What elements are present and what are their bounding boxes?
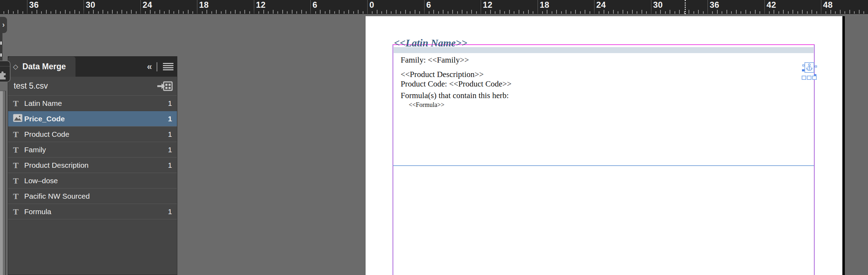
data-source-row: test 5.csv <box>8 77 177 95</box>
field-row-formula[interactable]: T Formula 1 <box>8 204 177 219</box>
update-data-source-icon[interactable] <box>157 81 173 92</box>
panel-cycle-icon: ◇ <box>13 63 18 70</box>
field-label: Family <box>24 146 168 154</box>
field-count: 1 <box>168 130 172 139</box>
formula-placeholder[interactable]: <<Formula>> <box>409 101 445 109</box>
field-list: T Latin Name 1 Price_Code 1 T Product Co… <box>8 95 177 219</box>
text-field-icon: T <box>13 207 24 216</box>
horizontal-guide[interactable] <box>393 165 814 166</box>
indesign-workspace: <<Latin Name>> Family: <<Family>> <<Prod… <box>0 0 868 275</box>
anchor-handle-sq3[interactable] <box>812 76 817 80</box>
field-label: Price_Code <box>24 115 168 123</box>
data-merge-panel: ◇ Data Merge « test 5.csv <box>8 56 177 275</box>
header-separator <box>157 62 157 71</box>
dock-edge-strip <box>0 91 6 275</box>
image-field-icon <box>13 114 24 123</box>
chevron-right-icon: › <box>2 20 5 30</box>
latin-name-placeholder[interactable]: <<Latin Name>> <box>394 37 467 49</box>
field-row-product-description[interactable]: T Product Description 1 <box>8 157 177 173</box>
field-count: 1 <box>168 161 172 170</box>
field-count: 1 <box>168 115 172 123</box>
page-edge-marker <box>685 0 686 14</box>
field-label: Formula <box>24 207 168 216</box>
field-row-price-code[interactable]: Price_Code 1 <box>8 111 177 126</box>
text-field-icon: T <box>13 130 24 139</box>
puzzle-icon <box>0 70 7 79</box>
pasteboard-right <box>845 16 868 275</box>
dock-mark-icon <box>0 53 2 57</box>
collapse-panel-icon[interactable]: « <box>147 61 151 72</box>
field-count: 1 <box>168 146 172 154</box>
text-field-icon: T <box>13 177 24 185</box>
product-code-line[interactable]: Product Code: <<Product Code>> <box>401 79 512 89</box>
panel-title: Data Merge <box>22 62 66 71</box>
field-label: Product Code <box>24 130 168 139</box>
list-end-separator <box>8 219 177 219</box>
field-row-product-code[interactable]: T Product Code 1 <box>8 126 177 142</box>
panel-menu-icon[interactable] <box>163 63 173 70</box>
expand-dock-button[interactable]: › <box>0 17 7 33</box>
field-count: 1 <box>168 207 172 216</box>
anchor-handle-outline-right[interactable] <box>815 65 817 68</box>
field-label: Product Description <box>24 161 168 170</box>
field-row-pacific-nw-sourced[interactable]: T Pacific NW Sourced <box>8 188 177 204</box>
text-field-icon: T <box>13 146 24 154</box>
text-field-icon: T <box>13 161 24 170</box>
family-line[interactable]: Family: <<Family>> <box>401 56 469 65</box>
data-source-filename: test 5.csv <box>14 81 157 91</box>
field-row-family[interactable]: T Family 1 <box>8 142 177 157</box>
plugins-dock-button[interactable] <box>0 60 11 82</box>
field-label: Latin Name <box>24 99 168 108</box>
collapsed-dock-strip[interactable] <box>0 33 2 60</box>
dock-divider <box>0 66 10 66</box>
anchored-object-adornment[interactable] <box>801 62 817 81</box>
formula-heading[interactable]: Formula(s) that contain this herb: <box>401 91 509 100</box>
tab-data-merge[interactable]: ◇ Data Merge <box>8 57 75 77</box>
page-edge-shadow <box>842 16 845 275</box>
field-row-low-dose[interactable]: T Low–dose <box>8 173 177 188</box>
field-label: Low–dose <box>24 177 172 185</box>
text-field-icon: T <box>13 99 24 108</box>
anchor-handle-sq1[interactable] <box>802 76 806 80</box>
text-field-icon: T <box>13 192 24 200</box>
panel-header: ◇ Data Merge « <box>8 57 177 77</box>
horizontal-ruler[interactable]: 363024181260612182430364248 <box>0 0 868 14</box>
dock-mark-icon <box>0 41 2 45</box>
field-row-latin-name[interactable]: T Latin Name 1 <box>8 95 177 111</box>
field-label: Pacific NW Sourced <box>24 192 172 200</box>
anchor-handle-sq2[interactable] <box>807 76 811 80</box>
anchor-icon[interactable] <box>804 62 814 73</box>
field-count: 1 <box>168 99 172 108</box>
anchor-glyph <box>806 63 813 72</box>
product-description-placeholder[interactable]: <<Product Description>> <box>401 70 484 79</box>
